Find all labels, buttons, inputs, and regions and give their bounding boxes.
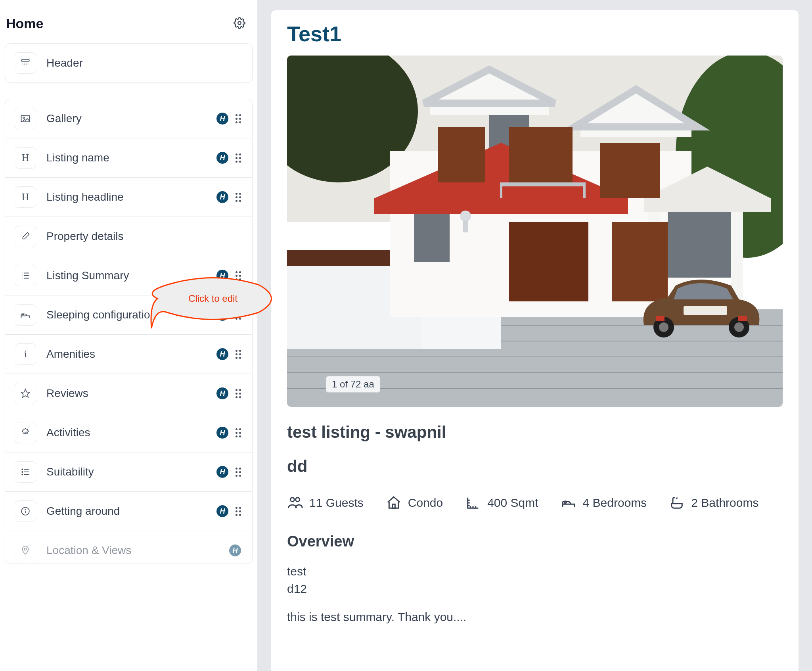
info-circle-icon <box>15 500 36 522</box>
settings-button[interactable] <box>234 17 245 31</box>
h-badge-icon[interactable]: H <box>216 152 228 164</box>
sidebar-item-listing-name[interactable]: H Listing name H <box>5 138 252 177</box>
guests-icon <box>287 495 303 511</box>
sidebar-item-listing-summary[interactable]: Listing Summary H <box>5 256 252 295</box>
h-badge-icon[interactable]: H <box>216 387 228 399</box>
sidebar-item-activities[interactable]: Activities H <box>5 413 252 452</box>
svg-point-18 <box>22 314 24 315</box>
star-icon <box>15 383 36 404</box>
svg-point-72 <box>296 498 300 502</box>
sidebar-item-label: Listing Summary <box>46 269 243 282</box>
svg-rect-1 <box>21 59 29 61</box>
h-badge-icon[interactable]: H <box>216 113 228 125</box>
svg-rect-57 <box>509 222 588 301</box>
sidebar-item-label: Suitability <box>46 466 243 478</box>
sidebar-item-label: Listing headline <box>46 191 243 203</box>
sidebar-item-label: Property details <box>46 230 243 243</box>
svg-rect-58 <box>612 222 668 301</box>
h-badge-icon[interactable]: H <box>216 427 228 439</box>
svg-marker-19 <box>21 389 30 397</box>
drag-handle-icon[interactable] <box>236 350 241 359</box>
h-badge-icon[interactable]: H <box>229 544 241 556</box>
sidebar-item-amenities[interactable]: i Amenities H <box>5 334 252 374</box>
overview-line: this is test summary. Thank you.... <box>287 608 783 626</box>
svg-rect-55 <box>509 127 573 186</box>
info-icon: i <box>15 343 36 365</box>
sidebar-item-location-views[interactable]: Location & Views H <box>5 531 252 564</box>
sidebar-header-card[interactable]: Header <box>5 43 253 83</box>
sidebar-item-label: Getting around <box>46 505 243 518</box>
drag-handle-icon[interactable] <box>236 311 241 320</box>
svg-point-28 <box>25 509 26 510</box>
h-badge-icon[interactable]: H <box>216 505 228 517</box>
h-badge-icon[interactable]: H <box>216 348 228 360</box>
home-icon <box>386 495 402 511</box>
stat-label: 400 Sqmt <box>487 496 538 510</box>
sidebar-item-reviews[interactable]: Reviews H <box>5 374 252 413</box>
stats-row: 11 Guests Condo 400 Sqmt 4 Bedrooms 2 Ba… <box>287 495 783 511</box>
image-counter: 1 of 72 aa <box>326 376 380 393</box>
sidebar-item-property-details[interactable]: Property details <box>5 217 252 256</box>
overview-body: test d12 this is test summary. Thank you… <box>287 563 783 626</box>
overview-title: Overview <box>287 533 783 550</box>
svg-rect-54 <box>438 127 485 182</box>
stat-guests: 11 Guests <box>287 495 364 511</box>
listing-heading: test listing - swapnil <box>287 423 783 442</box>
drag-handle-icon[interactable] <box>236 428 241 437</box>
h-badge-icon[interactable]: H <box>216 309 228 321</box>
svg-point-23 <box>22 469 23 470</box>
bed-icon <box>15 304 36 326</box>
drag-handle-icon[interactable] <box>236 153 241 163</box>
content-card: Test1 <box>271 10 799 671</box>
sidebar-item-gallery[interactable]: Gallery H <box>5 99 252 138</box>
svg-point-71 <box>290 498 294 502</box>
gear-icon <box>234 17 245 29</box>
sidebar-item-label: Header <box>46 57 243 69</box>
sidebar-item-label: Reviews <box>46 387 243 400</box>
bath-icon <box>669 495 685 511</box>
stat-label: Condo <box>408 496 443 510</box>
sidebar: Home Header Gallery H <box>0 0 258 671</box>
drag-handle-icon[interactable] <box>236 507 241 516</box>
sidebar-item-label: Amenities <box>46 348 243 360</box>
h-badge-icon[interactable]: H <box>216 270 228 282</box>
gallery-icon <box>15 108 36 129</box>
sidebar-item-suitability[interactable]: Suitability H <box>5 452 252 491</box>
overview-line: d12 <box>287 580 783 598</box>
sidebar-item-label: Location & Views <box>46 544 243 557</box>
bed-icon <box>561 495 576 511</box>
overview-line: test <box>287 563 783 580</box>
sidebar-title: Home <box>6 16 43 31</box>
sidebar-item-label: Gallery <box>46 112 243 125</box>
stat-area: 400 Sqmt <box>465 495 538 511</box>
svg-rect-56 <box>600 143 660 198</box>
pin-icon <box>15 540 36 561</box>
svg-point-11 <box>23 117 25 119</box>
drag-handle-icon[interactable] <box>236 389 241 398</box>
svg-point-67 <box>734 322 744 332</box>
svg-rect-68 <box>684 306 727 315</box>
drag-handle-icon[interactable] <box>236 271 241 280</box>
stat-label: 4 Bedrooms <box>583 496 647 510</box>
h-badge-icon[interactable]: H <box>216 466 228 478</box>
svg-point-0 <box>238 21 241 25</box>
pencil-icon <box>15 226 36 247</box>
hero-image[interactable]: 1 of 72 aa <box>287 56 783 407</box>
ruler-icon <box>465 495 481 511</box>
h-badge-icon[interactable]: H <box>216 191 228 203</box>
page-title: Test1 <box>287 21 783 46</box>
svg-rect-69 <box>656 316 665 321</box>
h-icon: H <box>15 186 36 208</box>
stat-bedrooms: 4 Bedrooms <box>561 495 647 511</box>
drag-handle-icon[interactable] <box>236 193 241 202</box>
sidebar-item-label: Listing name <box>46 151 243 164</box>
drag-handle-icon[interactable] <box>236 114 241 123</box>
drag-handle-icon[interactable] <box>236 468 241 477</box>
sidebar-item-getting-around[interactable]: Getting around H <box>5 491 252 531</box>
list-icon <box>15 461 36 483</box>
svg-point-65 <box>659 322 668 332</box>
sidebar-item-listing-headline[interactable]: H Listing headline H <box>5 177 252 217</box>
sidebar-item-sleeping[interactable]: Sleeping configuration H <box>5 295 252 334</box>
sidebar-item-label: Activities <box>46 426 243 439</box>
stat-bathrooms: 2 Bathrooms <box>669 495 758 511</box>
